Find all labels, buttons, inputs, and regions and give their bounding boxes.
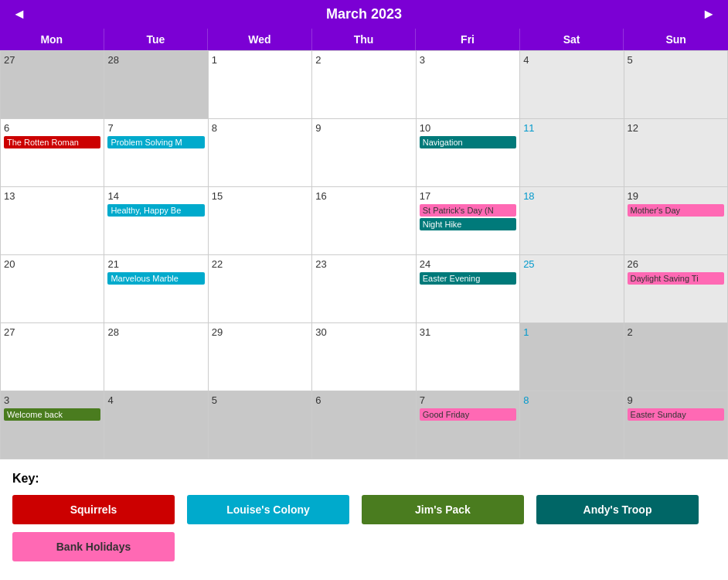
day-headers-row: MonTueWedThuFriSatSun xyxy=(0,29,728,50)
calendar-title: March 2023 xyxy=(326,6,402,22)
day-header-mon: Mon xyxy=(0,29,104,50)
cal-cell: 15 xyxy=(209,187,312,255)
cal-cell: 28 xyxy=(104,323,208,391)
cal-cell: 6The Rotten Roman xyxy=(1,119,104,187)
day-number: 4 xyxy=(523,54,620,66)
day-number: 10 xyxy=(420,122,516,134)
day-number: 6 xyxy=(315,394,412,406)
day-number: 7 xyxy=(107,122,204,134)
day-number: 31 xyxy=(420,326,516,338)
day-number: 13 xyxy=(4,190,100,202)
day-number: 7 xyxy=(420,394,516,406)
calendar-event[interactable]: Night Hike xyxy=(420,218,516,230)
day-number: 17 xyxy=(420,190,516,202)
day-number: 1 xyxy=(212,54,308,66)
key-title: Key: xyxy=(12,472,716,486)
key-item: Louise's Colony xyxy=(187,495,349,524)
cal-cell: 16 xyxy=(312,187,416,255)
cal-cell: 7Problem Solving M xyxy=(104,119,208,187)
cal-cell: 21Marvelous Marble xyxy=(104,255,208,323)
day-number: 18 xyxy=(523,190,620,202)
day-number: 23 xyxy=(315,258,412,270)
day-number: 22 xyxy=(212,258,308,270)
day-number: 15 xyxy=(212,190,308,202)
day-number: 5 xyxy=(628,54,724,66)
cal-cell: 4 xyxy=(104,391,208,459)
cal-cell: 4 xyxy=(520,51,624,119)
cal-cell: 26Daylight Saving Ti xyxy=(624,255,728,323)
day-number: 24 xyxy=(420,258,516,270)
next-month-button[interactable]: ► xyxy=(702,6,716,22)
day-header-sun: Sun xyxy=(624,29,728,50)
cal-cell: 17St Patrick's Day (NNight Hike xyxy=(417,187,520,255)
day-number: 25 xyxy=(523,258,620,270)
calendar-event[interactable]: St Patrick's Day (N xyxy=(420,204,516,217)
calendar-event[interactable]: Problem Solving M xyxy=(107,136,204,148)
day-header-tue: Tue xyxy=(104,29,209,50)
calendar-event[interactable]: Daylight Saving Ti xyxy=(628,272,724,285)
cal-cell: 27 xyxy=(1,323,104,391)
cal-cell: 6 xyxy=(312,391,416,459)
calendar-event[interactable]: Good Friday xyxy=(420,408,516,421)
cal-cell: 29 xyxy=(209,323,312,391)
day-number: 8 xyxy=(523,394,620,406)
key-item-bank-holiday: Bank Holidays xyxy=(12,532,175,561)
day-number: 12 xyxy=(628,122,724,134)
day-number: 20 xyxy=(4,258,100,270)
cal-cell: 1 xyxy=(520,323,624,391)
calendar-event[interactable]: Navigation xyxy=(420,136,516,148)
day-number: 26 xyxy=(628,258,724,270)
day-number: 1 xyxy=(523,326,620,338)
cal-cell: 8 xyxy=(520,391,624,459)
day-number: 9 xyxy=(315,122,412,134)
cal-cell: 12 xyxy=(624,119,728,187)
day-number: 8 xyxy=(212,122,308,134)
calendar-event[interactable]: Easter Evening xyxy=(420,272,516,285)
cal-cell: 2 xyxy=(312,51,416,119)
day-number: 28 xyxy=(107,54,204,66)
prev-month-button[interactable]: ◄ xyxy=(12,6,26,22)
day-number: 29 xyxy=(212,326,308,338)
cal-cell: 20 xyxy=(1,255,104,323)
key-row-1: SquirrelsLouise's ColonyJim's PackAndy's… xyxy=(12,495,716,524)
cal-cell: 31 xyxy=(417,323,520,391)
cal-cell: 28 xyxy=(104,51,208,119)
cal-cell: 23 xyxy=(312,255,416,323)
day-number: 21 xyxy=(107,258,204,270)
cal-cell: 22 xyxy=(209,255,312,323)
day-number: 27 xyxy=(4,326,100,338)
cal-cell: 27 xyxy=(1,51,104,119)
day-number: 30 xyxy=(315,326,412,338)
day-number: 27 xyxy=(4,54,100,66)
day-number: 19 xyxy=(628,190,724,202)
calendar-event[interactable]: The Rotten Roman xyxy=(4,136,100,148)
cal-cell: 9 xyxy=(312,119,416,187)
cal-cell: 11 xyxy=(520,119,624,187)
day-header-thu: Thu xyxy=(312,29,417,50)
day-header-sat: Sat xyxy=(520,29,624,50)
calendar-event[interactable]: Healthy, Happy Be xyxy=(107,204,204,217)
day-number: 2 xyxy=(628,326,724,338)
cal-cell: 13 xyxy=(1,187,104,255)
calendar-event[interactable]: Easter Sunday xyxy=(628,408,724,421)
day-number: 5 xyxy=(212,394,308,406)
cal-cell: 9Easter Sunday xyxy=(624,391,728,459)
cal-cell: 19Mother's Day xyxy=(624,187,728,255)
day-number: 6 xyxy=(4,122,100,134)
key-row-2: Bank Holidays xyxy=(12,532,716,561)
day-number: 3 xyxy=(4,394,100,406)
calendar-event[interactable]: Mother's Day xyxy=(628,204,724,217)
key-item: Jim's Pack xyxy=(362,495,524,524)
cal-cell: 1 xyxy=(209,51,312,119)
calendar-event[interactable]: Welcome back xyxy=(4,408,100,421)
calendar-event[interactable]: Marvelous Marble xyxy=(107,272,204,285)
key-item: Squirrels xyxy=(12,495,175,524)
day-header-wed: Wed xyxy=(208,29,312,50)
key-section: Key: SquirrelsLouise's ColonyJim's PackA… xyxy=(0,459,728,580)
cal-cell: 3Welcome back xyxy=(1,391,104,459)
cal-cell: 8 xyxy=(209,119,312,187)
cal-cell: 10Navigation xyxy=(417,119,520,187)
cal-cell: 2 xyxy=(624,323,728,391)
day-number: 28 xyxy=(107,326,204,338)
cal-cell: 14Healthy, Happy Be xyxy=(104,187,208,255)
